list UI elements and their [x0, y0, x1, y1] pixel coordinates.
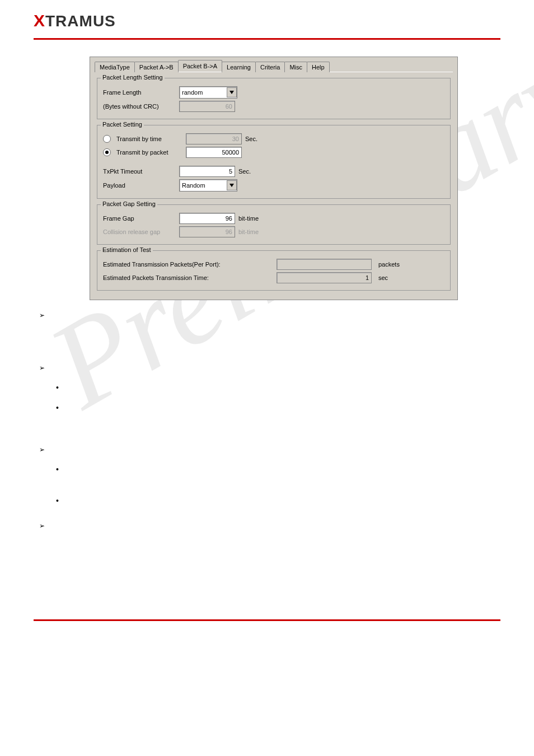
tab-strip: MediaType Packet A->B Packet B->A Learni… [95, 59, 453, 72]
bytes-without-crc-input [179, 101, 235, 112]
chevron-down-icon [227, 87, 237, 97]
payload-select[interactable]: Random [179, 179, 237, 192]
logo: XTRAMUS [34, 12, 116, 30]
bullet-dot-icon: • [56, 496, 534, 505]
bullet-dot-icon: • [56, 465, 534, 474]
svg-marker-1 [229, 184, 234, 187]
bullet-dot-icon: • [56, 403, 534, 412]
dialog-panel: MediaType Packet A->B Packet B->A Learni… [90, 57, 458, 300]
tab-help[interactable]: Help [307, 62, 330, 72]
transmit-by-packet-label: Transmit by packet [116, 149, 182, 156]
txpkt-timeout-input[interactable] [179, 166, 235, 177]
bullet-arrow-icon: ➢ [39, 522, 534, 530]
group-title-packet-setting: Packet Setting [101, 121, 144, 128]
bullet-list: ➢ ➢ • • ➢ • • ➢ [39, 311, 534, 530]
tab-misc[interactable]: Misc [284, 62, 307, 72]
transmit-by-time-unit: Sec. [245, 136, 257, 142]
svg-marker-0 [229, 91, 234, 94]
bullet-dot-icon: • [56, 383, 534, 392]
estimated-packets-unit: packets [378, 261, 400, 268]
payload-label: Payload [103, 182, 176, 189]
bullet-arrow-icon: ➢ [39, 311, 534, 319]
tab-packet-b-a[interactable]: Packet B->A [178, 60, 222, 72]
transmit-by-time-input [186, 133, 242, 144]
collision-gap-input [179, 226, 235, 237]
frame-length-label: Frame Length [103, 89, 176, 96]
bullet-arrow-icon: ➢ [39, 364, 534, 372]
transmit-by-packet-input[interactable] [186, 147, 242, 158]
frame-gap-label: Frame Gap [103, 215, 176, 222]
logo-letter: X [34, 11, 45, 30]
group-packet-setting: Packet Setting Transmit by time Sec. Tra… [97, 125, 451, 199]
frame-length-value: random [182, 89, 203, 96]
collision-gap-unit: bit-time [238, 228, 259, 235]
bytes-without-crc-label: (Bytes without CRC) [103, 103, 176, 110]
footer-divider [34, 619, 500, 621]
bullet-arrow-icon: ➢ [39, 446, 534, 454]
group-packet-length: Packet Length Setting Frame Length rando… [97, 78, 451, 119]
group-title-packet-length: Packet Length Setting [101, 74, 165, 81]
estimated-time-label: Estimated Packets Transmission Time: [103, 274, 277, 281]
group-packet-gap: Packet Gap Setting Frame Gap bit-time Co… [97, 204, 451, 245]
radio-transmit-by-packet[interactable] [103, 148, 111, 156]
transmit-by-time-label: Transmit by time [116, 136, 182, 142]
tab-criteria[interactable]: Criteria [255, 62, 285, 72]
logo-rest: TRAMUS [45, 12, 116, 30]
radio-transmit-by-time[interactable] [103, 135, 111, 143]
tab-mediatype[interactable]: MediaType [95, 62, 135, 72]
header-divider [34, 38, 500, 40]
tab-learning[interactable]: Learning [222, 62, 256, 72]
frame-gap-input[interactable] [179, 213, 235, 224]
tab-packet-a-b[interactable]: Packet A->B [134, 62, 179, 72]
group-estimation: Estimation of Test Estimated Transmissio… [97, 250, 451, 291]
frame-length-select[interactable]: random [179, 86, 237, 99]
payload-value: Random [182, 182, 205, 189]
estimated-packets-label: Estimated Transmission Packets(Per Port)… [103, 261, 277, 268]
group-title-packet-gap: Packet Gap Setting [101, 200, 157, 207]
chevron-down-icon [227, 180, 237, 190]
frame-gap-unit: bit-time [238, 215, 259, 222]
estimated-time-unit: sec [378, 274, 388, 281]
estimated-packets-value [277, 259, 372, 270]
logo-bar: XTRAMUS [0, 0, 534, 36]
txpkt-timeout-label: TxPkt Timeout [103, 168, 176, 175]
estimated-time-value: 1 [277, 272, 372, 283]
txpkt-timeout-unit: Sec. [238, 168, 251, 175]
group-title-estimation: Estimation of Test [101, 246, 153, 253]
collision-gap-label: Collision release gap [103, 228, 176, 235]
